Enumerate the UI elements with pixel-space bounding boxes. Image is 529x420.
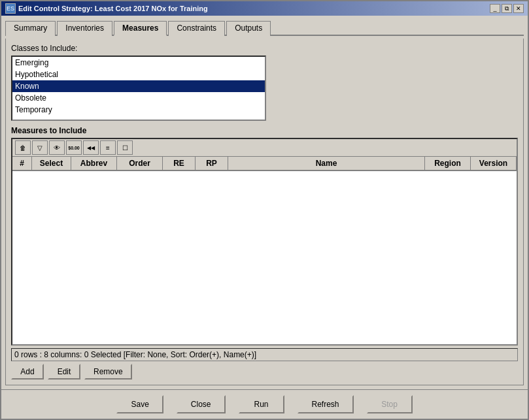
select-icon: ☐ [122, 144, 128, 152]
classes-list[interactable]: Emerging Hypothetical Known Obsolete Tem… [11, 56, 266, 121]
tab-outputs[interactable]: Outputs [226, 21, 271, 36]
run-button[interactable]: Run [239, 395, 284, 413]
view-icon: 👁 [54, 144, 60, 152]
class-item-emerging[interactable]: Emerging [12, 57, 265, 69]
save-button[interactable]: Save [116, 395, 163, 413]
tab-summary[interactable]: Summary [5, 21, 56, 36]
add-button[interactable]: Add [11, 364, 44, 380]
title-bar-left: ES Edit Control Strategy: Least Cost 201… [5, 3, 208, 14]
window-title: Edit Control Strategy: Least Cost 2017 N… [18, 5, 208, 12]
refresh-button[interactable]: Refresh [298, 395, 354, 413]
col-rp[interactable]: RP [196, 157, 228, 170]
tab-measures[interactable]: Measures [114, 21, 167, 36]
view-button[interactable]: 👁 [49, 140, 65, 155]
title-bar: ES Edit Control Strategy: Least Cost 201… [1, 1, 528, 16]
tab-constraints[interactable]: Constraints [168, 21, 225, 36]
measures-section: 🗑 ▽ 👁 $0.00 ◀◀ ≡ [11, 138, 518, 346]
row-action-buttons: Add Edit Remove [11, 364, 518, 380]
status-bar: 0 rows : 8 columns: 0 Selected [Filter: … [11, 348, 518, 361]
tab-inventories[interactable]: Inventories [57, 21, 112, 36]
class-item-known[interactable]: Known [12, 80, 265, 92]
main-content: Summary Inventories Measures Constraints… [1, 16, 528, 389]
col-number[interactable]: # [12, 157, 32, 170]
stop-button[interactable]: Stop [367, 395, 413, 413]
table-header: # Select Abbrev Order RE RP Name Region … [12, 157, 517, 171]
tab-bar: Summary Inventories Measures Constraints… [5, 20, 524, 36]
classes-section: Classes to Include: Emerging Hypothetica… [11, 44, 518, 121]
col-re[interactable]: RE [163, 157, 196, 170]
filter-icon: ▽ [37, 144, 43, 152]
col-version[interactable]: Version [471, 157, 517, 170]
classes-label: Classes to Include: [11, 44, 518, 53]
delete-button[interactable]: 🗑 [15, 140, 31, 155]
tab-content-measures: Classes to Include: Emerging Hypothetica… [5, 39, 524, 385]
delete-icon: 🗑 [20, 144, 26, 152]
measures-toolbar: 🗑 ▽ 👁 $0.00 ◀◀ ≡ [12, 139, 517, 157]
cost-button[interactable]: $0.00 [66, 140, 82, 155]
col-select[interactable]: Select [32, 157, 71, 170]
close-button[interactable]: Close [177, 395, 226, 413]
col-order[interactable]: Order [117, 157, 163, 170]
app-icon: ES [5, 3, 16, 14]
class-item-obsolete[interactable]: Obsolete [12, 92, 265, 104]
footer: Save Close Run Refresh Stop [1, 389, 528, 419]
table-body[interactable] [12, 171, 517, 344]
columns-icon: ≡ [106, 144, 110, 152]
remove-button[interactable]: Remove [84, 364, 132, 380]
select-all-button[interactable]: ☐ [117, 140, 133, 155]
columns-button[interactable]: ≡ [100, 140, 116, 155]
class-item-temporary[interactable]: Temporary [12, 104, 265, 116]
back-button[interactable]: ◀◀ [83, 140, 99, 155]
col-region[interactable]: Region [425, 157, 471, 170]
main-window: ES Edit Control Strategy: Least Cost 201… [0, 0, 529, 420]
edit-button[interactable]: Edit [48, 364, 80, 380]
col-abbrev[interactable]: Abbrev [71, 157, 117, 170]
filter-button[interactable]: ▽ [32, 140, 48, 155]
minimize-button[interactable]: _ [490, 4, 500, 13]
title-controls: _ ⧉ ✕ [490, 4, 524, 13]
col-name[interactable]: Name [228, 157, 425, 170]
measures-label: Measures to Include [11, 126, 518, 135]
restore-button[interactable]: ⧉ [502, 4, 512, 13]
back-icon: ◀◀ [87, 145, 95, 151]
cost-icon: $0.00 [68, 146, 80, 150]
class-item-hypothetical[interactable]: Hypothetical [12, 69, 265, 80]
close-button[interactable]: ✕ [513, 4, 524, 13]
